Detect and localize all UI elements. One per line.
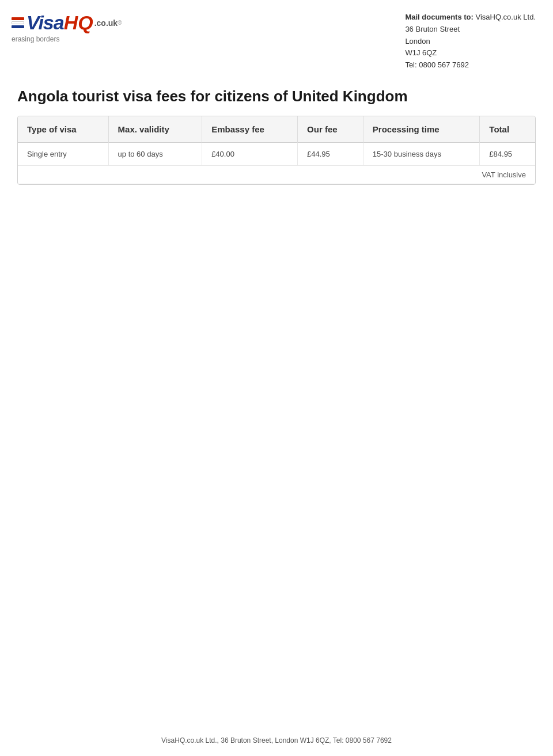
page-header: Visa HQ .co.uk ® erasing borders Mail do… xyxy=(0,0,553,77)
footer-text: VisaHQ.co.uk Ltd., 36 Bruton Street, Lon… xyxy=(161,736,392,744)
logo-tagline: erasing borders xyxy=(12,35,122,43)
logo-visa-text: Visa xyxy=(26,12,64,34)
col-max-validity: Max. validity xyxy=(108,116,202,143)
col-type-of-visa: Type of visa xyxy=(18,116,108,143)
logo: Visa HQ .co.uk ® erasing borders xyxy=(12,12,122,43)
page-footer: VisaHQ.co.uk Ltd., 36 Bruton Street, Lon… xyxy=(0,736,553,744)
vat-row: VAT inclusive xyxy=(18,165,535,184)
logo-hq-text: HQ xyxy=(64,12,93,34)
cell-total: £84.95 xyxy=(480,142,535,165)
col-total: Total xyxy=(480,116,535,143)
cell-our-fee: £44.95 xyxy=(298,142,363,165)
mail-label: Mail documents to: xyxy=(405,13,473,21)
cell-type: Single entry xyxy=(18,142,108,165)
vat-note: VAT inclusive xyxy=(18,165,535,184)
cell-processing-time: 15-30 business days xyxy=(363,142,480,165)
col-our-fee: Our fee xyxy=(298,116,363,143)
page-title: Angola tourist visa fees for citizens of… xyxy=(0,77,553,116)
col-embassy-fee: Embassy fee xyxy=(202,116,298,143)
logo-flag-icon xyxy=(12,17,24,28)
mail-info: Mail documents to: VisaHQ.co.uk Ltd.36 B… xyxy=(405,12,536,71)
col-processing-time: Processing time xyxy=(363,116,480,143)
visa-fees-table: Type of visa Max. validity Embassy fee O… xyxy=(18,116,535,184)
table-header-row: Type of visa Max. validity Embassy fee O… xyxy=(18,116,535,143)
cell-validity: up to 60 days xyxy=(108,142,202,165)
cell-embassy-fee: £40.00 xyxy=(202,142,298,165)
table-row: Single entry up to 60 days £40.00 £44.95… xyxy=(18,142,535,165)
logo-dotuk-text: .co.uk xyxy=(94,18,118,28)
logo-registered-icon: ® xyxy=(118,20,122,26)
visa-fees-table-wrapper: Type of visa Max. validity Embassy fee O… xyxy=(17,116,536,185)
